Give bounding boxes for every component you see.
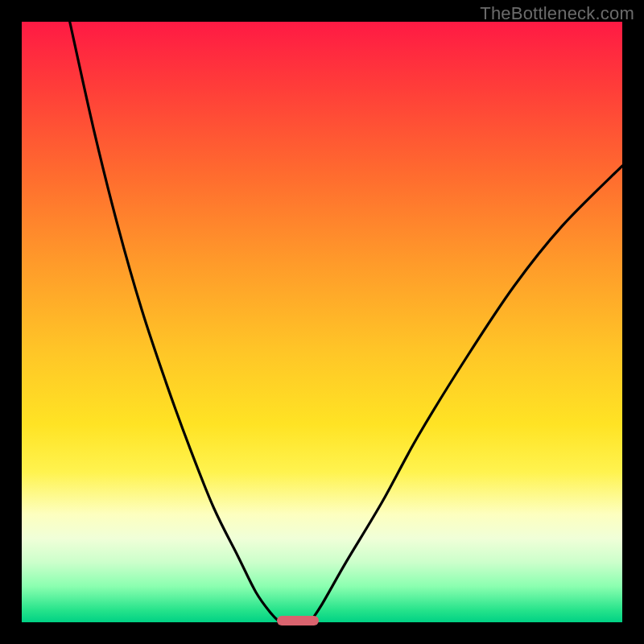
- chart-frame: TheBottleneck.com: [0, 0, 644, 644]
- optimal-range-marker: [277, 616, 319, 625]
- plot-area: [22, 22, 622, 622]
- bottleneck-curves: [22, 22, 622, 622]
- watermark-text: TheBottleneck.com: [480, 3, 634, 24]
- left-curve: [70, 22, 280, 622]
- right-curve: [310, 166, 622, 622]
